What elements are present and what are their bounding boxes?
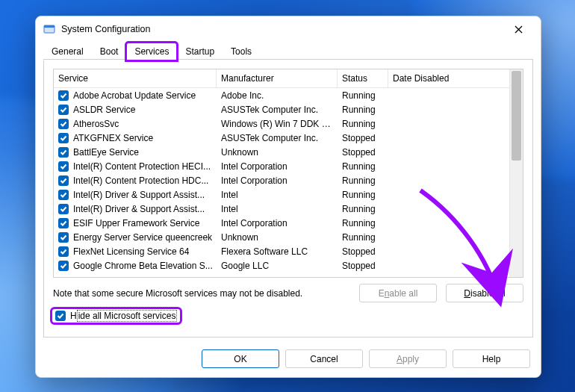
col-status[interactable]: Status <box>338 69 388 87</box>
date-disabled-cell <box>388 249 485 253</box>
ok-button[interactable]: OK <box>202 349 279 368</box>
tab-services[interactable]: Services <box>126 43 177 60</box>
tab-tools[interactable]: Tools <box>223 43 260 60</box>
check-icon <box>57 312 64 320</box>
tab-startup[interactable]: Startup <box>177 43 223 60</box>
service-checkbox[interactable] <box>58 105 69 115</box>
date-disabled-cell <box>388 150 485 154</box>
service-name: Intel(R) Content Protection HDC... <box>73 175 208 186</box>
vertical-scrollbar[interactable] <box>509 69 523 277</box>
table-row[interactable]: FlexNet Licensing Service 64Flexera Soft… <box>54 244 509 258</box>
status-cell: Stopped <box>338 258 388 273</box>
date-disabled-cell <box>388 221 485 225</box>
tab-general[interactable]: General <box>43 43 92 60</box>
desktop-background: System Configuration General Boot Servic… <box>0 0 575 392</box>
manufacturer-cell: ASUSTek Computer Inc. <box>217 102 338 116</box>
service-checkbox[interactable] <box>58 204 69 214</box>
table-row[interactable]: ESIF Upper Framework ServiceIntel Corpor… <box>54 216 509 230</box>
manufacturer-cell: Flexera Software LLC <box>217 244 338 258</box>
date-disabled-cell <box>388 193 485 196</box>
col-date-disabled[interactable]: Date Disabled <box>388 69 485 87</box>
status-cell: Running <box>338 173 388 187</box>
status-cell: Running <box>338 102 388 116</box>
status-cell: Stopped <box>338 244 388 258</box>
manufacturer-cell: Intel Corporation <box>217 159 338 173</box>
col-manufacturer[interactable]: Manufacturer <box>217 69 338 87</box>
titlebar[interactable]: System Configuration <box>36 16 541 42</box>
apply-button[interactable]: Apply <box>369 349 447 368</box>
service-name: Intel(R) Driver & Support Assist... <box>73 204 205 214</box>
manufacturer-cell: Intel Corporation <box>217 216 338 230</box>
services-grid: Service Manufacturer Status Date Disable… <box>53 69 523 278</box>
dialog-buttons: OK Cancel Apply Help <box>36 343 541 377</box>
status-cell: Stopped <box>338 145 388 159</box>
date-disabled-cell <box>388 136 485 140</box>
manufacturer-cell: Google LLC <box>217 258 338 273</box>
table-row[interactable]: BattlEye ServiceUnknownStopped <box>54 145 509 159</box>
table-row[interactable]: ATKGFNEX ServiceASUSTek Computer Inc.Sto… <box>54 131 509 145</box>
status-cell: Stopped <box>338 131 388 145</box>
service-checkbox[interactable] <box>58 119 69 129</box>
date-disabled-cell <box>388 207 485 211</box>
service-checkbox[interactable] <box>58 161 69 172</box>
service-checkbox[interactable] <box>58 232 69 243</box>
hide-microsoft-highlight: Hide all Microsoft services <box>53 310 179 322</box>
tab-boot[interactable]: Boot <box>92 43 127 60</box>
date-disabled-cell <box>388 122 485 125</box>
table-row[interactable]: Adobe Acrobat Update ServiceAdobe Inc.Ru… <box>54 88 509 102</box>
date-disabled-cell <box>388 108 485 111</box>
col-service[interactable]: Service <box>54 69 217 87</box>
status-cell: Running <box>338 159 388 173</box>
service-checkbox[interactable] <box>58 190 69 200</box>
service-checkbox[interactable] <box>58 133 69 143</box>
status-cell: Running <box>338 216 388 230</box>
date-disabled-cell <box>388 235 485 239</box>
service-name: Intel(R) Driver & Support Assist... <box>73 190 205 200</box>
manufacturer-cell: ASUSTek Computer Inc. <box>217 131 338 145</box>
table-row[interactable]: Google Chrome Beta Elevation S...Google … <box>54 258 509 273</box>
status-cell: Running <box>338 116 388 131</box>
app-icon <box>43 23 55 35</box>
service-name: Adobe Acrobat Update Service <box>73 90 196 101</box>
hide-microsoft-label[interactable]: Hide all Microsoft services <box>70 311 177 321</box>
table-row[interactable]: Intel(R) Content Protection HDC...Intel … <box>54 173 509 187</box>
status-cell: Running <box>338 187 388 202</box>
table-row[interactable]: Energy Server Service queencreekUnknownR… <box>54 230 509 244</box>
service-name: AtherosSvc <box>73 119 119 129</box>
disable-all-button[interactable]: Disable all <box>446 284 523 302</box>
manufacturer-cell: Intel <box>217 187 338 202</box>
service-checkbox[interactable] <box>58 147 69 158</box>
manufacturer-cell: Intel <box>217 202 338 216</box>
window-title: System Configuration <box>61 24 151 34</box>
grid-header[interactable]: Service Manufacturer Status Date Disable… <box>54 69 509 88</box>
service-name: Google Chrome Beta Elevation S... <box>73 261 213 271</box>
grid-body[interactable]: Adobe Acrobat Update ServiceAdobe Inc.Ru… <box>54 88 509 277</box>
service-checkbox[interactable] <box>58 218 69 228</box>
table-row[interactable]: AtherosSvcWindows (R) Win 7 DDK p...Runn… <box>54 116 509 131</box>
cancel-button[interactable]: Cancel <box>285 349 363 368</box>
table-row[interactable]: ASLDR ServiceASUSTek Computer Inc.Runnin… <box>54 102 509 116</box>
table-row[interactable]: Intel(R) Driver & Support Assist...Intel… <box>54 202 509 216</box>
manufacturer-cell: Adobe Inc. <box>217 88 338 102</box>
service-name: BattlEye Service <box>73 147 139 158</box>
service-name: ASLDR Service <box>73 105 135 115</box>
close-button[interactable] <box>503 19 533 40</box>
table-row[interactable]: Intel(R) Content Protection HECI...Intel… <box>54 159 509 173</box>
manufacturer-cell: Windows (R) Win 7 DDK p... <box>217 116 338 131</box>
table-row[interactable]: Intel(R) Driver & Support Assist...Intel… <box>54 187 509 202</box>
manufacturer-cell: Unknown <box>217 145 338 159</box>
hide-microsoft-checkbox[interactable] <box>55 311 66 321</box>
tabstrip: General Boot Services Startup Tools <box>36 42 541 60</box>
service-name: FlexNet Licensing Service 64 <box>73 246 189 257</box>
scrollbar-thumb[interactable] <box>512 71 521 161</box>
help-button[interactable]: Help <box>453 349 530 368</box>
service-name: ESIF Upper Framework Service <box>73 218 199 228</box>
close-icon <box>515 25 523 34</box>
service-checkbox[interactable] <box>58 246 69 257</box>
service-checkbox[interactable] <box>58 261 69 271</box>
service-checkbox[interactable] <box>58 175 69 186</box>
status-cell: Running <box>338 202 388 216</box>
service-checkbox[interactable] <box>58 90 69 101</box>
date-disabled-cell <box>388 178 485 182</box>
enable-all-button[interactable]: Enable all <box>359 284 437 302</box>
